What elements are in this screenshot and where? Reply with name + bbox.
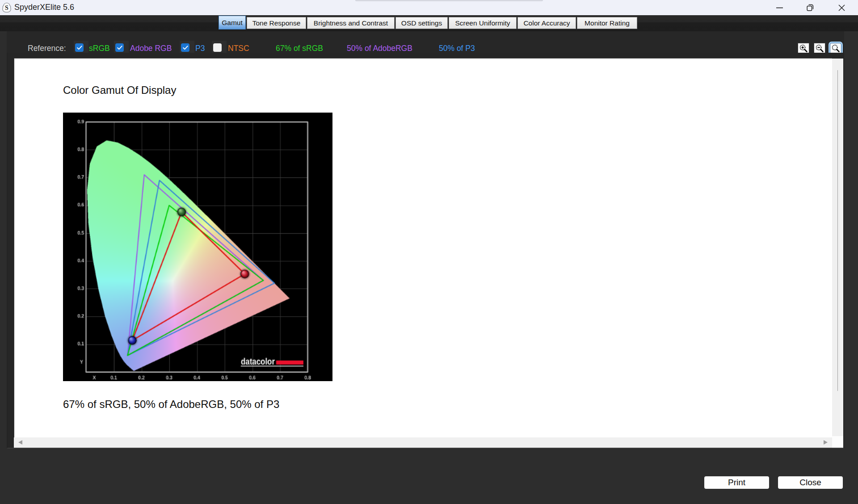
scrollbar-corner <box>832 436 843 448</box>
adobe-rgb-checkbox[interactable] <box>115 43 124 52</box>
print-button[interactable]: Print <box>704 476 769 489</box>
tab-strip: Gamut Tone Response Brightness and Contr… <box>0 15 858 31</box>
tab-osd-settings[interactable]: OSD settings <box>395 17 448 29</box>
check-icon <box>77 46 82 50</box>
tab-gamut[interactable]: Gamut <box>219 16 246 29</box>
gamut-percentages-text: 67% of sRGB, 50% of AdobeRGB, 50% of P3 <box>63 398 279 411</box>
tab-color-accuracy[interactable]: Color Accuracy <box>517 17 576 29</box>
window-title: SpyderXElite 5.6 <box>14 0 74 15</box>
check-icon <box>183 46 188 50</box>
tab-screen-uniformity[interactable]: Screen Uniformity <box>449 17 517 29</box>
minimize-button[interactable] <box>769 0 790 15</box>
tab-tone-response[interactable]: Tone Response <box>247 17 306 29</box>
chart-title: Color Gamut Of Display <box>63 84 176 97</box>
tab-bar: Gamut Tone Response Brightness and Contr… <box>219 15 638 29</box>
ntsc-checkbox[interactable] <box>213 43 222 52</box>
window-shadow <box>355 0 543 2</box>
restore-icon <box>807 4 814 11</box>
restore-button[interactable] <box>800 0 820 15</box>
scroll-right-arrow-icon[interactable] <box>824 440 828 445</box>
close-dialog-button[interactable]: Close <box>778 476 843 489</box>
vertical-scrollbar[interactable] <box>832 59 843 437</box>
chromaticity-chart <box>63 113 332 381</box>
p3-checkbox[interactable] <box>181 43 189 52</box>
horizontal-scrollbar[interactable] <box>14 437 832 448</box>
app-icon-letter: S <box>5 4 8 11</box>
tab-monitor-rating[interactable]: Monitor Rating <box>577 17 637 29</box>
app-icon: S <box>2 2 12 13</box>
tab-brightness-and-contrast[interactable]: Brightness and Contrast <box>307 17 395 29</box>
scroll-left-arrow-icon[interactable] <box>18 440 22 445</box>
vertical-scrollbar-thumb[interactable] <box>837 70 838 391</box>
title-bar: S SpyderXElite 5.6 <box>0 0 858 15</box>
check-icon <box>117 46 122 50</box>
close-icon <box>838 4 845 11</box>
close-button[interactable] <box>831 0 852 15</box>
minimize-icon <box>776 4 783 12</box>
srgb-checkbox[interactable] <box>75 43 84 52</box>
